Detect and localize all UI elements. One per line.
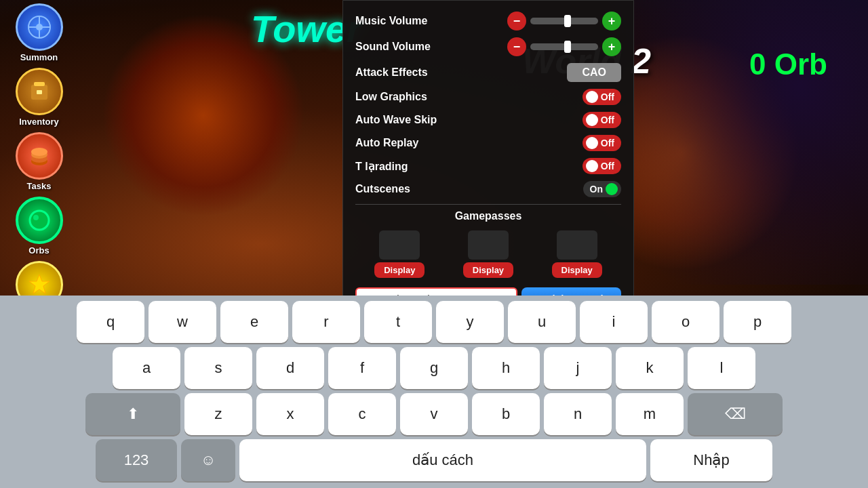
sidebar-item-tasks[interactable]: Tasks bbox=[9, 132, 70, 191]
sidebar-item-inventory[interactable]: Inventory bbox=[9, 68, 70, 127]
orbs-icon-circle bbox=[16, 197, 63, 244]
attack-effects-row: Attack Effects CAO bbox=[355, 63, 621, 82]
sound-volume-thumb bbox=[564, 41, 571, 53]
orb-count: 0 Orb bbox=[749, 47, 827, 81]
key-t[interactable]: t bbox=[364, 301, 432, 343]
display-button-3[interactable]: Display bbox=[552, 262, 602, 278]
sound-volume-minus[interactable]: − bbox=[507, 37, 526, 56]
trading-label: T lạrading bbox=[355, 160, 408, 173]
key-q[interactable]: q bbox=[77, 301, 144, 343]
key-k[interactable]: k bbox=[616, 347, 684, 389]
cutscenes-dot bbox=[606, 183, 618, 195]
music-volume-label: Music Volume bbox=[355, 15, 427, 27]
trading-state: Off bbox=[601, 161, 614, 171]
gamepass-slot-1: Display bbox=[372, 230, 427, 278]
tasks-label: Tasks bbox=[27, 181, 52, 191]
key-w[interactable]: w bbox=[149, 301, 216, 343]
low-graphics-state: Off bbox=[601, 92, 614, 102]
key-n[interactable]: n bbox=[544, 393, 612, 435]
trading-toggle[interactable]: Off bbox=[583, 158, 621, 174]
cutscenes-label: Cutscenes bbox=[355, 183, 410, 195]
key-l[interactable]: l bbox=[688, 347, 755, 389]
key-s[interactable]: s bbox=[184, 347, 252, 389]
key-i[interactable]: i bbox=[580, 301, 648, 343]
sidebar-item-summon[interactable]: Summon bbox=[9, 3, 70, 62]
keyboard-row-4: 123 ☺ dấu cách Nhập bbox=[3, 439, 865, 481]
backspace-key[interactable]: ⌫ bbox=[688, 393, 783, 435]
sound-volume-plus[interactable]: + bbox=[602, 37, 621, 56]
music-volume-minus[interactable]: − bbox=[507, 12, 526, 30]
auto-wave-skip-label: Auto Wave Skip bbox=[355, 114, 437, 126]
display-button-2[interactable]: Display bbox=[463, 262, 513, 278]
auto-replay-toggle[interactable]: Off bbox=[583, 135, 621, 151]
emoji-key[interactable]: ☺ bbox=[181, 439, 235, 481]
low-graphics-label: Low Graphics bbox=[355, 91, 427, 103]
sound-volume-row: Sound Volume − + bbox=[355, 37, 621, 56]
key-f[interactable]: f bbox=[328, 347, 396, 389]
gamepass-slot-2: Display bbox=[461, 230, 515, 278]
low-graphics-toggle[interactable]: Off bbox=[583, 89, 621, 105]
keyboard-row-2: a s d f g h j k l bbox=[3, 347, 865, 389]
on-screen-keyboard: q w e r t y u i o p a s d f g h j k l ⬆ … bbox=[0, 296, 868, 488]
key-m[interactable]: m bbox=[616, 393, 684, 435]
attack-effects-cao-button[interactable]: CAO bbox=[567, 63, 621, 82]
inventory-icon-circle bbox=[16, 68, 63, 115]
svg-point-3 bbox=[36, 24, 43, 30]
svg-rect-5 bbox=[34, 82, 45, 86]
key-g[interactable]: g bbox=[400, 347, 468, 389]
key-u[interactable]: u bbox=[508, 301, 576, 343]
auto-replay-label: Auto Replay bbox=[355, 137, 418, 149]
gamepass-placeholder-3 bbox=[557, 230, 597, 260]
sidebar-item-orbs[interactable]: Orbs bbox=[9, 197, 70, 256]
numbers-key[interactable]: 123 bbox=[96, 439, 177, 481]
key-a[interactable]: a bbox=[113, 347, 180, 389]
enter-key[interactable]: Nhập bbox=[650, 439, 772, 481]
auto-wave-skip-row: Auto Wave Skip Off bbox=[355, 112, 621, 128]
key-b[interactable]: b bbox=[472, 393, 540, 435]
svg-rect-6 bbox=[37, 90, 42, 94]
key-d[interactable]: d bbox=[256, 347, 324, 389]
key-h[interactable]: h bbox=[472, 347, 540, 389]
summon-label: Summon bbox=[20, 52, 58, 62]
key-p[interactable]: p bbox=[724, 301, 791, 343]
key-r[interactable]: r bbox=[292, 301, 360, 343]
auto-wave-skip-toggle[interactable]: Off bbox=[583, 112, 621, 128]
auto-replay-dot bbox=[586, 137, 598, 149]
music-volume-control: − + bbox=[507, 12, 621, 30]
gamepasses-row: Display Display Display bbox=[355, 230, 621, 278]
trading-row: T lạrading Off bbox=[355, 158, 621, 174]
svg-marker-13 bbox=[29, 274, 50, 293]
orbs-label: Orbs bbox=[28, 245, 49, 256]
gamepasses-title: Gamepasses bbox=[355, 210, 621, 222]
gamepass-placeholder-1 bbox=[379, 230, 420, 260]
space-key[interactable]: dấu cách bbox=[239, 439, 646, 481]
auto-wave-skip-dot bbox=[586, 114, 598, 126]
key-z[interactable]: z bbox=[184, 393, 252, 435]
attack-effects-label: Attack Effects bbox=[355, 66, 428, 79]
sound-volume-track[interactable] bbox=[530, 43, 598, 50]
gamepass-slot-3: Display bbox=[550, 230, 604, 278]
key-j[interactable]: j bbox=[544, 347, 612, 389]
key-y[interactable]: y bbox=[436, 301, 504, 343]
inventory-label: Inventory bbox=[19, 117, 59, 127]
key-v[interactable]: v bbox=[400, 393, 468, 435]
music-volume-plus[interactable]: + bbox=[602, 12, 621, 30]
cutscenes-state: On bbox=[590, 184, 603, 195]
summon-icon-circle bbox=[16, 3, 63, 51]
music-volume-row: Music Volume − + bbox=[355, 12, 621, 30]
cutscenes-row: Cutscenes On bbox=[355, 181, 621, 197]
display-button-1[interactable]: Display bbox=[374, 262, 425, 278]
key-c[interactable]: c bbox=[328, 393, 396, 435]
key-e[interactable]: e bbox=[220, 301, 288, 343]
music-volume-track[interactable] bbox=[530, 18, 598, 24]
sidebar: Summon Inventory Tasks Orbs Star-Pass bbox=[0, 0, 78, 285]
music-volume-thumb bbox=[564, 15, 571, 27]
sound-volume-control: − + bbox=[507, 37, 621, 56]
shift-key[interactable]: ⬆ bbox=[85, 393, 180, 435]
key-o[interactable]: o bbox=[652, 301, 719, 343]
trading-dot bbox=[586, 160, 598, 172]
settings-panel: Music Volume − + Sound Volume − + Attack… bbox=[342, 0, 634, 321]
svg-point-11 bbox=[30, 211, 49, 230]
key-x[interactable]: x bbox=[256, 393, 324, 435]
cutscenes-toggle[interactable]: On bbox=[583, 181, 621, 197]
